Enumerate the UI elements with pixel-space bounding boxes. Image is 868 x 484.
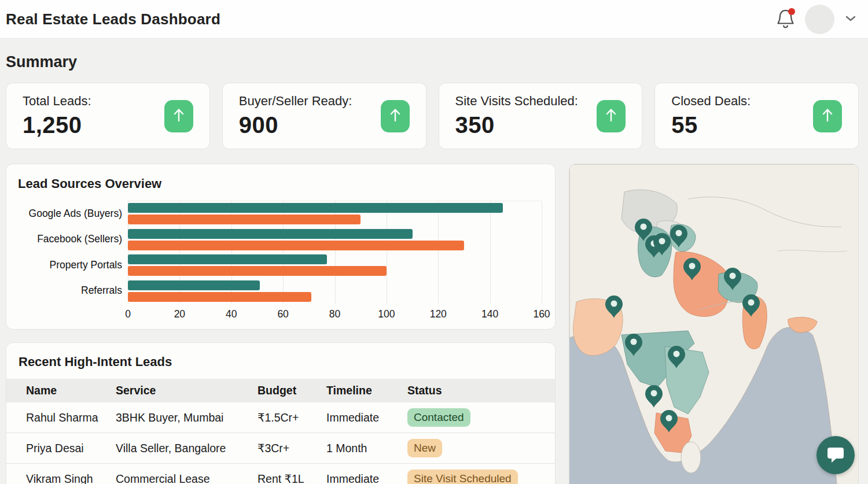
summary-cards: Total Leads: 1,250 Buyer/Seller Ready: 9… <box>6 83 859 149</box>
x-tick-label: 160 <box>533 308 550 320</box>
arrow-up-icon <box>821 108 834 124</box>
x-tick-label: 20 <box>174 308 185 320</box>
column-header-service: Service <box>116 379 258 402</box>
avatar[interactable] <box>805 5 834 34</box>
arrow-up-icon <box>172 108 185 124</box>
lead-timeline: 1 Month <box>326 433 407 464</box>
x-tick-label: 40 <box>226 308 237 320</box>
bell-icon <box>776 22 795 31</box>
map-srilanka <box>681 442 701 473</box>
stat-value: 350 <box>455 112 578 138</box>
x-tick-label: 80 <box>329 308 340 320</box>
chart-plot-area <box>128 201 542 304</box>
bar-group <box>128 254 542 276</box>
chart-category-label: Property Portals <box>18 252 128 278</box>
chat-widget-button[interactable] <box>816 436 855 474</box>
stat-label: Buyer/Seller Ready: <box>239 94 352 109</box>
app-header: Real Estate Leads Dashboard <box>0 0 868 39</box>
status-badge: Contacted <box>407 408 470 427</box>
stat-card-buyer-seller-ready: Buyer/Seller Ready: 900 <box>222 83 426 149</box>
trend-up-button[interactable] <box>164 100 193 132</box>
lead-timeline: Immediate <box>326 402 407 433</box>
chart-gridline <box>542 201 542 304</box>
lead-budget: ₹3Cr+ <box>258 433 326 464</box>
bar-orange <box>128 215 361 224</box>
bar-teal <box>128 229 413 239</box>
notifications-button[interactable] <box>775 8 796 31</box>
column-header-name: Name <box>6 379 116 402</box>
lead-service: Villa Seller, Bangalore <box>116 433 258 464</box>
bar-teal <box>128 203 503 213</box>
bar-group <box>128 280 542 302</box>
chart-title: Lead Sources Overview <box>18 176 543 191</box>
stat-value: 1,250 <box>23 112 91 138</box>
india-map <box>569 164 859 484</box>
arrow-up-icon <box>389 108 402 124</box>
chevron-down-icon <box>845 16 856 24</box>
bar-orange <box>128 292 311 302</box>
lead-service: 3BHK Buyer, Mumbai <box>116 402 258 433</box>
stat-card-total-leads: Total Leads: 1,250 <box>6 83 210 149</box>
stat-label: Site Visits Scheduled: <box>455 94 578 109</box>
lead-name: Vikram Singh <box>6 464 116 484</box>
stat-label: Closed Deals: <box>671 94 751 109</box>
bar-orange <box>128 241 464 250</box>
lead-timeline: Immediate <box>326 464 407 484</box>
chart-category-label: Facebook (Sellers) <box>18 227 128 253</box>
summary-heading: Summary <box>6 53 859 71</box>
stat-value: 900 <box>239 112 352 138</box>
table-row: Rahul Sharma 3BHK Buyer, Mumbai ₹1.5Cr+ … <box>6 402 555 433</box>
bar-group <box>128 203 542 224</box>
stat-value: 55 <box>671 112 751 138</box>
x-tick-label: 0 <box>125 308 131 320</box>
bar-group <box>128 229 542 250</box>
column-header-timeline: Timeline <box>326 379 407 402</box>
main-content: Summary Total Leads: 1,250 Buyer/Seller … <box>0 53 868 484</box>
lead-service: Commercial Lease <box>116 464 258 484</box>
trend-up-button[interactable] <box>597 100 626 132</box>
bar-orange <box>128 266 387 276</box>
chart-x-axis: 020406080100120140160 <box>128 304 542 321</box>
chart-category-labels: Google Ads (Buyers)Facebook (Sellers)Pro… <box>18 201 128 304</box>
arrow-up-icon <box>605 108 617 124</box>
chat-bubble-icon <box>826 445 845 465</box>
lead-budget: Rent ₹1L <box>258 464 326 484</box>
trend-up-button[interactable] <box>813 100 842 132</box>
status-badge: New <box>407 439 442 457</box>
table-row: Priya Desai Villa Seller, Bangalore ₹3Cr… <box>6 433 555 464</box>
x-tick-label: 120 <box>430 308 447 320</box>
lead-name: Rahul Sharma <box>6 402 116 433</box>
x-tick-label: 140 <box>481 308 498 320</box>
trend-up-button[interactable] <box>381 100 410 132</box>
lead-sources-chart-card: Lead Sources Overview Google Ads (Buyers… <box>6 164 556 330</box>
notification-dot <box>788 8 795 15</box>
chart-category-label: Google Ads (Buyers) <box>18 201 128 227</box>
account-menu-button[interactable] <box>844 13 858 25</box>
leads-table-title: Recent High-Intent Leads <box>6 354 555 379</box>
leads-map-card <box>569 164 859 484</box>
page-title: Real Estate Leads Dashboard <box>6 10 220 28</box>
leads-table: Name Service Budget Timeline Status Rahu… <box>6 379 555 484</box>
lead-name: Priya Desai <box>6 433 116 464</box>
table-row: Vikram Singh Commercial Lease Rent ₹1L I… <box>6 464 555 484</box>
table-header-row: Name Service Budget Timeline Status <box>6 379 555 402</box>
bar-teal <box>128 254 327 264</box>
stat-card-closed-deals: Closed Deals: 55 <box>654 83 859 149</box>
column-header-status: Status <box>407 379 555 402</box>
chart-category-label: Referrals <box>18 278 128 304</box>
status-badge: Site Visit Scheduled <box>407 470 518 484</box>
lead-budget: ₹1.5Cr+ <box>258 402 326 433</box>
bar-chart: Google Ads (Buyers)Facebook (Sellers)Pro… <box>18 201 543 304</box>
header-actions <box>775 5 858 34</box>
column-header-budget: Budget <box>258 379 326 402</box>
bar-teal <box>128 280 260 290</box>
x-tick-label: 100 <box>378 308 395 320</box>
x-tick-label: 60 <box>277 308 288 320</box>
stat-card-site-visits: Site Visits Scheduled: 350 <box>439 83 643 149</box>
stat-label: Total Leads: <box>23 94 91 109</box>
recent-leads-card: Recent High-Intent Leads Name Service Bu… <box>6 342 556 484</box>
